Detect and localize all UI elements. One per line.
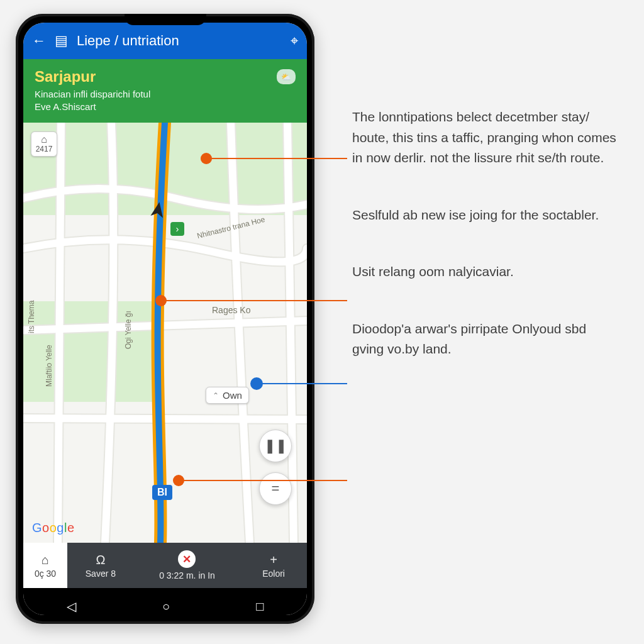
strip-cell-add[interactable]: + Eolori [240,543,307,588]
destination-line2: Eve A.Shiscart [35,101,296,113]
pause-button[interactable]: ❚❚ [259,430,292,462]
strip-cell-label: 0ç 30 [35,569,56,579]
android-nav-bar: ◁ ○ □ [23,588,307,615]
own-chip-label: Own [223,390,242,401]
phone-frame: ← ▤ Liepe / untriation ⌖ Sarjapur Kinaci… [16,14,314,624]
strip-cell-eta[interactable]: ✕ 0 3:22 m. in In [134,543,240,588]
gps-icon[interactable]: ⌖ [291,33,298,49]
phone-screen: ← ▤ Liepe / untriation ⌖ Sarjapur Kinaci… [23,23,307,615]
layers-icon[interactable]: ▤ [55,33,68,49]
strip-eta-label: 0 3:22 m. in In [159,570,215,580]
more-button[interactable]: = [259,472,292,505]
own-chip[interactable]: Own [206,387,249,404]
alert-icon: ✕ [178,550,196,568]
nav-back-icon[interactable]: ◁ [67,599,76,614]
callout-text: Seslfuld ab new ise joing for the soctab… [352,205,616,226]
route-shield: BI [152,485,172,500]
poi-label: Mlaftiio Yelle [45,345,53,387]
callout-text: Usit relang oom nalyicaviar. [352,262,616,282]
poi-label: Ogi Yelle ğı [124,311,133,349]
plus-icon: + [270,553,277,567]
strip-cell-home[interactable]: ⌂ 0ç 30 [23,543,67,588]
back-icon[interactable]: ← [32,33,46,49]
map-canvas[interactable]: › ⌂ 2417 Rages Ko Nhitnastro trana Hoe i… [23,123,307,543]
destination-title: Sarjapur [35,68,296,86]
poi-label: Rages Ko [212,305,250,315]
destination-line1: Kinacian infli disparichi fotul [35,88,296,101]
svg-text:›: › [176,223,179,234]
nav-home-icon[interactable]: ○ [162,599,170,614]
weather-badge: ⛅ [277,69,296,84]
strip-cell-label: Saver 8 [86,569,116,579]
strip-cell-saver[interactable]: Ω Saver 8 [67,543,134,588]
topbar-title: Liepe / untriation [77,33,282,49]
callout-text: The lonntipations belect decetmber stay/… [352,107,616,169]
app-top-bar: ← ▤ Liepe / untriation ⌖ [23,23,307,59]
omega-icon: Ω [96,553,105,567]
bottom-strip: ⌂ 0ç 30 Ω Saver 8 ✕ 0 3:22 m. in In + Eo… [23,543,307,588]
callout-text: Dioodop'a arwar's pirripate Onlyoud sbd … [352,319,616,360]
home-icon: ⌂ [31,135,57,145]
home-badge[interactable]: ⌂ 2417 [31,131,57,157]
home-badge-number: 2417 [31,145,57,153]
callouts-column: The lonntipations belect decetmber stay/… [352,107,616,396]
nav-recent-icon[interactable]: □ [256,599,264,614]
strip-cell-label: Eolori [262,569,285,579]
google-logo: Google [32,521,75,535]
poi-label: its Thema [27,301,36,333]
destination-panel[interactable]: Sarjapur Kinacian infli disparichi fotul… [23,59,307,123]
home-icon: ⌂ [42,553,49,567]
